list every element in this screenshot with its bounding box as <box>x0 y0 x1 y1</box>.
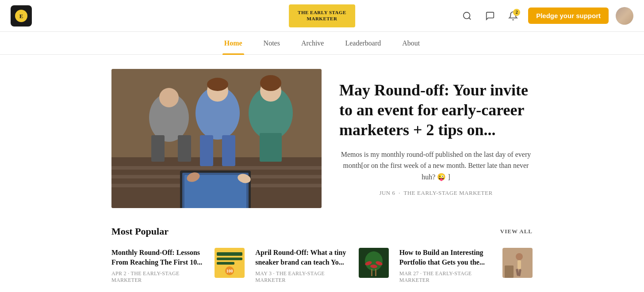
hero-image[interactable] <box>111 69 322 208</box>
popular-item-1-title: Monthly Round-Off: Lessons From Reaching… <box>111 248 209 267</box>
popular-item-1-meta: APR 2 · THE EARLY-STAGE MARKETER <box>111 270 209 284</box>
popular-grid: Monthly Round-Off: Lessons From Reaching… <box>111 248 533 284</box>
nav-leaderboard[interactable]: Leaderboard <box>343 32 383 55</box>
avatar[interactable] <box>616 7 633 25</box>
site-logo[interactable]: THE EARLY STAGE MARKETER <box>289 4 355 27</box>
hero-section: May Round-off: Your invite to an event f… <box>111 55 533 226</box>
navigation: Home Notes Archive Leaderboard About <box>0 32 644 55</box>
popular-item-1[interactable]: Monthly Round-Off: Lessons From Reaching… <box>111 248 245 284</box>
hero-date: JUN 6 <box>379 190 395 196</box>
svg-rect-12 <box>178 135 191 162</box>
hero-author: THE EARLY-STAGE MARKETER <box>404 190 493 196</box>
hero-description: Memos is my monthly round-off published … <box>339 149 533 183</box>
popular-item-2[interactable]: April Round-Off: What a tiny sneaker bra… <box>255 248 388 284</box>
svg-rect-11 <box>151 135 165 162</box>
main-content: May Round-off: Your invite to an event f… <box>101 55 543 284</box>
section-header: Most Popular VIEW ALL <box>111 226 533 237</box>
most-popular-section: Most Popular VIEW ALL Monthly Round-Off:… <box>111 226 533 284</box>
popular-item-3-title: How to Build an Interesting Portfolio th… <box>399 248 497 267</box>
svg-rect-21 <box>260 133 282 162</box>
popular-item-3-image <box>502 248 533 278</box>
svg-line-3 <box>469 18 471 19</box>
nav-archive[interactable]: Archive <box>299 32 326 55</box>
hero-text: May Round-off: Your invite to an event f… <box>339 80 533 197</box>
view-all-link[interactable]: VIEW ALL <box>500 228 533 235</box>
hero-title: May Round-off: Your invite to an event f… <box>339 80 533 140</box>
hero-dot: · <box>399 190 400 196</box>
popular-item-2-title: April Round-Off: What a tiny sneaker bra… <box>255 248 353 267</box>
svg-point-15 <box>207 78 228 91</box>
svg-point-10 <box>159 88 179 107</box>
svg-rect-16 <box>200 135 213 166</box>
svg-rect-29 <box>217 258 242 260</box>
svg-rect-36 <box>375 269 376 276</box>
svg-rect-6 <box>111 166 322 170</box>
svg-point-2 <box>464 12 470 19</box>
section-title: Most Popular <box>111 226 169 237</box>
header-left: E <box>11 5 32 27</box>
svg-text:E: E <box>19 13 23 19</box>
svg-rect-30 <box>217 262 234 265</box>
popular-item-2-text: April Round-Off: What a tiny sneaker bra… <box>255 248 353 284</box>
popular-item-3-meta: MAR 27 · THE EARLY-STAGE MARKETER <box>399 270 497 284</box>
popular-item-2-image <box>359 248 389 278</box>
svg-point-41 <box>516 253 523 260</box>
avatar-image <box>616 7 633 25</box>
popular-item-1-text: Monthly Round-Off: Lessons From Reaching… <box>111 248 209 284</box>
svg-point-20 <box>260 75 281 91</box>
messages-icon[interactable] <box>482 8 498 24</box>
popular-item-3-text: How to Build an Interesting Portfolio th… <box>399 248 497 284</box>
svg-rect-28 <box>217 252 242 256</box>
svg-rect-42 <box>518 260 521 269</box>
header-center: THE EARLY STAGE MARKETER <box>289 4 355 27</box>
svg-rect-17 <box>222 135 235 166</box>
notification-count: 2 <box>513 9 520 16</box>
nav-about[interactable]: About <box>400 32 422 55</box>
svg-text:100: 100 <box>226 269 233 273</box>
svg-rect-35 <box>371 269 372 276</box>
site-name: THE EARLY STAGE MARKETER <box>298 10 346 21</box>
site-logo-icon[interactable]: E <box>11 5 32 27</box>
hero-meta: JUN 6 · THE EARLY-STAGE MARKETER <box>339 190 533 197</box>
header-right: 2 Pledge your support <box>459 7 633 25</box>
popular-item-1-image: 100 <box>215 248 245 278</box>
nav-notes[interactable]: Notes <box>262 32 282 55</box>
header: E THE EARLY STAGE MARKETER <box>0 0 644 32</box>
popular-item-2-meta: MAY 3 · THE EARLY-STAGE MARKETER <box>255 270 353 284</box>
svg-rect-46 <box>505 265 514 278</box>
nav-home[interactable]: Home <box>222 32 244 55</box>
pledge-button[interactable]: Pledge your support <box>528 8 609 24</box>
search-icon[interactable] <box>459 8 475 24</box>
notifications-icon[interactable]: 2 <box>505 8 521 24</box>
popular-item-3[interactable]: How to Build an Interesting Portfolio th… <box>399 248 533 284</box>
